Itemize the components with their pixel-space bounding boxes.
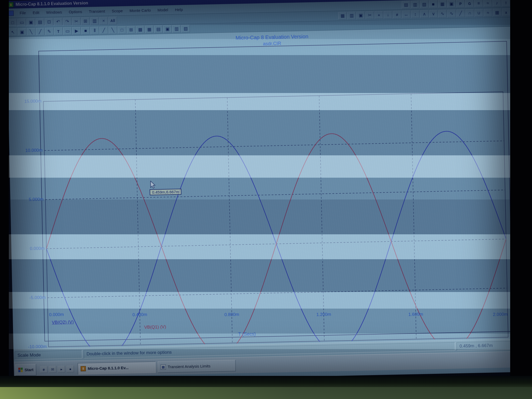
desktop: 8 Micro-Cap 8.1.1.0 Evaluation Version F… <box>9 0 510 376</box>
monitor-screen: 8 Micro-Cap 8.1.1.0 Evaluation Version F… <box>9 0 510 376</box>
waveform-chart[interactable] <box>9 0 510 376</box>
status-mode: Scale Mode <box>15 350 82 360</box>
x-tick-label: 2.000m <box>474 312 508 318</box>
mail-icon[interactable]: ✉ <box>49 366 56 373</box>
x-tick-label: 0.400m <box>123 312 157 318</box>
waveform-vbq1 <box>44 130 508 358</box>
mouse-cursor-icon <box>151 181 155 188</box>
x-tick-label: 0.800m <box>215 312 249 318</box>
cursor-tracker-tooltip: 0.459m,6.667m <box>150 189 182 195</box>
start-button[interactable]: Start <box>15 364 36 376</box>
legend-vbq2[interactable]: VB(Q2) (V) <box>52 320 74 325</box>
app-circle-icon[interactable]: ● <box>66 365 74 373</box>
micro-cap-task-icon: 8 <box>81 366 86 371</box>
y-tick-label: 0.000m <box>19 246 45 251</box>
windows-flag-icon <box>18 368 23 372</box>
x-tick-label: 1.200m <box>307 312 341 318</box>
y-tick-label: -5.000m <box>19 295 45 301</box>
x-tick-label: 0.000m <box>49 311 83 317</box>
monitor-chin-highlight <box>0 387 532 399</box>
transient-limits-task-icon: ▤ <box>161 364 166 369</box>
taskbar-button-transient-limits[interactable]: ▤ Transient Analysis Limits <box>158 360 236 373</box>
x-tick-label: 1.600m <box>399 311 433 317</box>
y-tick-label: 10.000m <box>17 148 43 154</box>
y-tick-label: 5.000m <box>18 197 44 202</box>
transient-plot-window[interactable]: Micro-Cap 8 Evaluation Version asdr.CIR … <box>9 26 510 349</box>
y-tick-label: 15.000m <box>16 99 42 104</box>
media-icon[interactable]: ▸ <box>58 365 65 373</box>
ie-icon[interactable]: e <box>40 366 48 373</box>
taskbar-button-microcap[interactable]: 8 Micro-Cap 8.1.1.0 Ev... <box>78 361 156 374</box>
start-label: Start <box>24 367 34 372</box>
monitor-bezel: 8 Micro-Cap 8.1.1.0 Evaluation Version F… <box>0 0 532 399</box>
status-coordinates: 0.459m , 6.667m <box>457 341 510 350</box>
legend-vbq1[interactable]: VB(Q1) (V) <box>144 324 166 330</box>
task-label: Transient Analysis Limits <box>168 364 210 369</box>
quick-launch-bar: e✉▸● <box>38 365 76 373</box>
task-label: Micro-Cap 8.1.1.0 Ev... <box>88 365 129 371</box>
